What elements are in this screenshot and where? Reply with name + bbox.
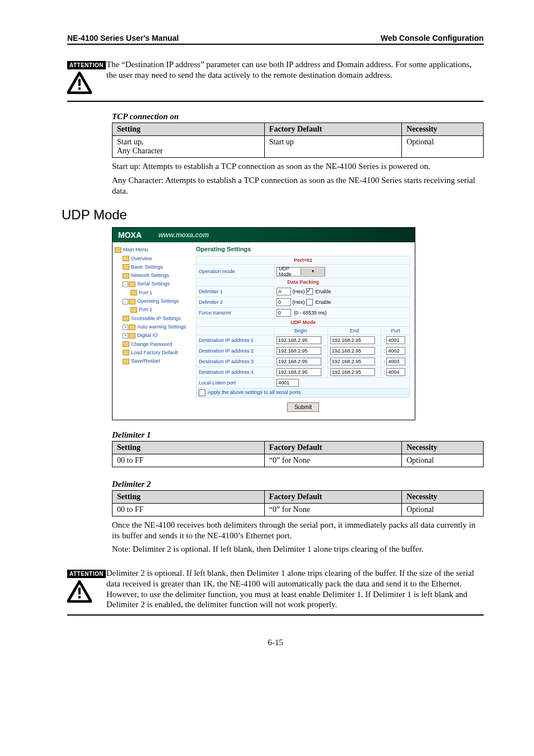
col-end: End [327, 326, 381, 335]
hex-hint: (Hex) [293, 289, 305, 294]
nav-operating-port1[interactable]: Port 1 [130, 306, 190, 314]
moxa-logo: MOXA [118, 231, 142, 240]
col-setting: Setting [113, 123, 265, 136]
data-packing-section: Data Packing [196, 278, 410, 286]
dst4-port[interactable] [386, 368, 405, 376]
nav-digital-io[interactable]: +Digital IO [123, 331, 190, 340]
svg-rect-2 [78, 87, 81, 90]
delimiter-1-input[interactable] [277, 288, 291, 295]
chevron-down-icon: ▾ [301, 268, 325, 275]
nav-load-factory-default[interactable]: Load Factory Default [123, 349, 190, 357]
svg-rect-1 [78, 79, 81, 86]
tcp-caption: TCP connection on [112, 112, 484, 121]
col-necessity: Necessity [402, 490, 484, 503]
delimiter-1-enable-checkbox[interactable] [306, 288, 313, 295]
label-dst3: Destination IP address 3 [196, 356, 274, 367]
col-default: Factory Default [264, 441, 401, 454]
operating-settings-title: Operating Settings [196, 246, 410, 252]
hex-hint: (Hex) [293, 299, 305, 305]
nav-serial-settings[interactable]: -Serial Settings [123, 280, 190, 288]
nav-auto-warning[interactable]: +Auto warning Settings [123, 323, 190, 331]
dst1-begin[interactable] [277, 336, 321, 344]
attention-block-2: ATTENTION Delimiter 2 is optional. If le… [67, 568, 484, 616]
delimiter-2-input[interactable] [277, 298, 291, 306]
nav-save-restart[interactable]: Save/Restart [123, 357, 190, 365]
col-necessity: Necessity [402, 123, 484, 136]
cell-setting-2: Any Character [117, 147, 260, 156]
delimiter2-caption: Delimiter 2 [112, 480, 484, 489]
col-setting: Setting [113, 441, 265, 454]
nav-network-settings[interactable]: Network Settings [123, 271, 190, 280]
col-port: Port [381, 326, 410, 335]
dst3-end[interactable] [330, 358, 375, 365]
force-transmit-input[interactable] [277, 309, 291, 317]
label-local-listen: Local Listen port [196, 377, 274, 388]
svg-rect-4 [78, 588, 81, 594]
local-listen-input[interactable] [277, 379, 299, 387]
cell-necessity: Optional [402, 136, 484, 158]
enable-label: Enable [316, 289, 331, 294]
cell-necessity: Optional [402, 503, 484, 516]
cell-necessity: Optional [402, 454, 484, 467]
cell-default: “0” for None [264, 454, 401, 467]
webshot-header: MOXA www.moxa.com [113, 228, 415, 242]
label-operation-mode: Operation mode [196, 265, 274, 278]
operation-mode-select[interactable]: UDP Mode▾ [277, 267, 325, 276]
cell-setting-1: Start up, [117, 138, 260, 147]
tcp-table: Setting Factory Default Necessity Start … [112, 123, 484, 158]
manual-title: NE-4100 Series User's Manual [67, 34, 179, 43]
attention-label: ATTENTION [67, 570, 106, 578]
delimiter2-table: Setting Factory Default Necessity 00 to … [112, 490, 484, 516]
page-header: NE-4100 Series User's Manual Web Console… [67, 34, 484, 45]
dst1-port[interactable] [386, 336, 405, 344]
apply-all-checkbox[interactable] [199, 389, 205, 396]
attention-text: The “Destination IP address” parameter c… [106, 59, 484, 81]
nav-change-password[interactable]: Change Password [123, 340, 190, 349]
dst3-begin[interactable] [277, 358, 321, 365]
nav-serial-port1[interactable]: Port 1 [130, 289, 190, 297]
col-begin: Begin [274, 326, 328, 335]
warning-icon [67, 580, 92, 603]
force-hint: (0 - 65535 ms) [294, 310, 327, 316]
cell-setting: 00 to FF [113, 503, 265, 516]
delimiter-2-enable-checkbox[interactable] [306, 299, 313, 306]
cell-default: “0” for None [264, 503, 401, 516]
attention-label: ATTENTION [67, 61, 106, 69]
delimiter1-table: Setting Factory Default Necessity 00 to … [112, 441, 484, 467]
label-dst2: Destination IP address 2 [196, 345, 274, 356]
udp-mode-section: UDP Mode [196, 318, 410, 326]
config-table: Port=01 Operation mode UDP Mode▾ Data Pa… [196, 256, 410, 398]
port-section: Port=01 [196, 256, 410, 265]
dst2-port[interactable] [386, 347, 405, 355]
dst4-begin[interactable] [277, 368, 321, 376]
col-default: Factory Default [264, 490, 401, 503]
label-force-transmit: Force transmit [196, 307, 274, 318]
apply-all-label: Apply the above settings to all serial p… [208, 389, 301, 395]
submit-button[interactable]: Submit [287, 402, 319, 412]
nav-basic-settings[interactable]: Basic Settings [123, 263, 190, 271]
svg-rect-5 [78, 596, 81, 598]
dst3-port[interactable] [386, 358, 405, 365]
web-console-screenshot: MOXA www.moxa.com Main Menu Overview Bas… [112, 227, 415, 420]
moxa-url: www.moxa.com [158, 231, 209, 239]
nav-main[interactable]: Main Menu [115, 246, 190, 254]
dst2-begin[interactable] [277, 347, 321, 355]
delimiter1-caption: Delimiter 1 [112, 430, 484, 440]
udp-mode-heading: UDP Mode [62, 207, 484, 223]
label-dst1: Destination IP address 1 [196, 335, 274, 345]
enable-label: Enable [316, 299, 331, 305]
chapter-title: Web Console Configuration [381, 34, 484, 43]
col-default: Factory Default [264, 123, 401, 136]
warning-icon [67, 72, 92, 94]
nav-operating-settings[interactable]: -Operating Settings [123, 297, 190, 306]
dst4-end[interactable] [330, 368, 375, 376]
page-number: 6-15 [67, 638, 484, 647]
dst1-end[interactable] [330, 336, 375, 344]
label-delimiter-2: Delimiter 2 [196, 297, 274, 307]
attention-block-1: ATTENTION The “Destination IP address” p… [67, 59, 484, 102]
cell-setting: 00 to FF [113, 454, 265, 467]
dst2-end[interactable] [330, 347, 375, 355]
nav-overview[interactable]: Overview [123, 255, 190, 263]
label-dst4: Destination IP address 4 [196, 367, 274, 377]
nav-accessible-ip[interactable]: Accessible IP Settings [123, 314, 190, 323]
